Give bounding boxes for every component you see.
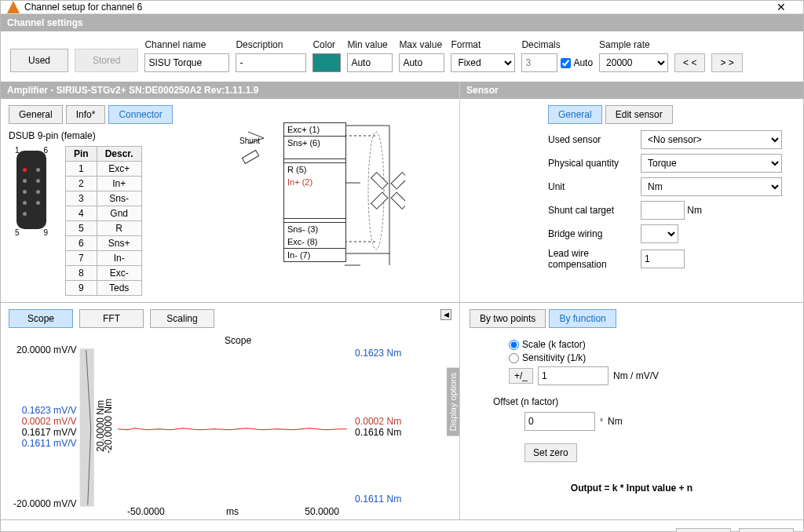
cancel-button[interactable]: Cancel bbox=[739, 528, 794, 532]
used-sensor-select[interactable]: <No sensor> bbox=[641, 130, 782, 149]
table-row: 4Gnd bbox=[66, 206, 142, 221]
table-row: 2In+ bbox=[66, 177, 142, 191]
formula-text: Output = k * Input value + n bbox=[470, 483, 794, 494]
svg-text:ms: ms bbox=[226, 506, 239, 515]
used-sensor-label: Used sensor bbox=[548, 134, 634, 145]
sample-rate-select[interactable]: 20000 bbox=[599, 53, 668, 72]
wiring-schematic: Shunt bbox=[283, 122, 452, 262]
sensor-header: Sensor bbox=[460, 82, 803, 99]
svg-rect-0 bbox=[242, 151, 258, 164]
svg-text:50.0000: 50.0000 bbox=[305, 506, 339, 515]
svg-text:Scope: Scope bbox=[225, 335, 252, 346]
scaling-panel: By two points By function Scale (k facto… bbox=[459, 303, 803, 519]
collapse-icon[interactable]: ◀ bbox=[440, 309, 451, 320]
sensitivity-radio[interactable]: Sensitivity (1/k) bbox=[509, 352, 794, 363]
stored-button: Stored bbox=[75, 49, 138, 72]
auto-decimals-check[interactable]: Auto bbox=[561, 57, 593, 68]
pin-table: PinDescr. 1Exc+ 2In+ 3Sns- 4Gnd 5R 6Sns+… bbox=[65, 146, 142, 296]
sensor-panel: Sensor General Edit sensor Used sensor <… bbox=[459, 82, 803, 302]
max-value-label: Max value bbox=[399, 39, 444, 50]
svg-text:0.0002 Nm: 0.0002 Nm bbox=[355, 416, 401, 427]
svg-text:0.0002 mV/V: 0.0002 mV/V bbox=[22, 416, 77, 427]
min-value-input[interactable] bbox=[347, 53, 393, 72]
color-swatch[interactable] bbox=[312, 53, 341, 72]
amplifier-panel: Amplifier - SIRIUS-STGv2+ SN:DE000250A2 … bbox=[1, 82, 459, 302]
svg-text:-20.0000 Nm: -20.0000 Nm bbox=[103, 399, 114, 454]
tab-connector[interactable]: Connector bbox=[108, 105, 172, 124]
ok-button[interactable]: OK bbox=[676, 528, 731, 532]
color-label: Color bbox=[312, 39, 341, 50]
tab-by-function[interactable]: By function bbox=[549, 309, 616, 328]
tab-by-two-points[interactable]: By two points bbox=[470, 309, 546, 328]
dialog-footer: OK Cancel bbox=[1, 519, 803, 532]
table-row: 3Sns- bbox=[66, 191, 142, 206]
prev-channel-button[interactable]: < < bbox=[674, 53, 705, 72]
sign-toggle-button[interactable]: +/_ bbox=[509, 368, 533, 384]
table-row: 6Sns+ bbox=[66, 236, 142, 251]
lead-wire-input[interactable] bbox=[641, 250, 685, 268]
svg-rect-12 bbox=[371, 192, 388, 209]
table-row: 9Teds bbox=[66, 281, 142, 296]
connector-diagram: 1 6 5 9 bbox=[9, 146, 54, 234]
svg-point-8 bbox=[368, 132, 384, 250]
table-row: 5R bbox=[66, 221, 142, 236]
bottom-row: Scope FFT Scaling ◀ Display options Scop… bbox=[1, 302, 803, 519]
format-select[interactable]: Fixed bbox=[451, 53, 515, 72]
svg-text:0.1623 mV/V: 0.1623 mV/V bbox=[22, 405, 77, 416]
min-value-label: Min value bbox=[347, 39, 393, 50]
tab-info[interactable]: Info* bbox=[66, 105, 106, 124]
svg-text:0.1611 Nm: 0.1611 Nm bbox=[355, 494, 401, 505]
used-button[interactable]: Used bbox=[10, 49, 68, 72]
svg-text:0.1616 Nm: 0.1616 Nm bbox=[355, 427, 401, 438]
description-input[interactable] bbox=[236, 53, 306, 72]
table-row: 7In- bbox=[66, 251, 142, 266]
sample-rate-label: Sample rate bbox=[599, 39, 668, 50]
decimals-label: Decimals bbox=[521, 39, 593, 50]
window: Channel setup for channel 6 ✕ Channel se… bbox=[0, 0, 804, 532]
table-row: 1Exc+ bbox=[66, 162, 142, 177]
offset-input[interactable] bbox=[524, 412, 595, 431]
decimals-input bbox=[521, 53, 557, 72]
scope-chart: Scope 20.0000 mV/V -20.0000 mV/V 0.1623 … bbox=[9, 334, 451, 513]
channel-settings-header: Channel settings bbox=[1, 14, 803, 31]
bridge-wiring-label: Bridge wiring bbox=[548, 228, 634, 239]
tab-sensor-general[interactable]: General bbox=[548, 105, 602, 124]
svg-rect-20 bbox=[80, 348, 94, 506]
channel-name-label: Channel name bbox=[144, 39, 229, 50]
lead-wire-label: Lead wire compensation bbox=[548, 248, 634, 271]
bridge-wiring-select[interactable] bbox=[641, 224, 678, 243]
tab-general[interactable]: General bbox=[9, 105, 63, 124]
shunt-cal-label: Shunt cal target bbox=[548, 205, 634, 216]
unit-select[interactable]: Nm bbox=[641, 177, 782, 196]
tab-scope[interactable]: Scope bbox=[9, 309, 73, 328]
physical-quantity-select[interactable]: Torque bbox=[641, 154, 782, 173]
k-factor-input[interactable] bbox=[538, 366, 608, 385]
titlebar: Channel setup for channel 6 ✕ bbox=[1, 1, 803, 14]
svg-text:0.1623 Nm: 0.1623 Nm bbox=[355, 348, 401, 359]
max-value-input[interactable] bbox=[399, 53, 444, 72]
close-icon[interactable]: ✕ bbox=[766, 1, 797, 13]
tab-scaling[interactable]: Scaling bbox=[150, 309, 214, 328]
channel-settings-row: Used Stored Channel name Description Col… bbox=[1, 31, 803, 82]
table-row: 8Exc- bbox=[66, 266, 142, 281]
channel-name-input[interactable] bbox=[144, 53, 229, 72]
svg-text:20.0000 mV/V: 20.0000 mV/V bbox=[16, 344, 77, 355]
tab-sensor-edit[interactable]: Edit sensor bbox=[605, 105, 673, 124]
next-channel-button[interactable]: > > bbox=[711, 53, 742, 72]
window-title: Channel setup for channel 6 bbox=[24, 2, 766, 13]
svg-text:0.1617 mV/V: 0.1617 mV/V bbox=[22, 427, 77, 438]
middle-row: Amplifier - SIRIUS-STGv2+ SN:DE000250A2 … bbox=[1, 82, 803, 302]
offset-label: Offset (n factor) bbox=[493, 396, 794, 407]
svg-text:0.1611 mV/V: 0.1611 mV/V bbox=[22, 438, 77, 449]
scale-radio[interactable]: Scale (k factor) bbox=[509, 339, 794, 350]
svg-rect-10 bbox=[391, 192, 405, 209]
description-label: Description bbox=[236, 39, 306, 50]
svg-text:-20.0000 mV/V: -20.0000 mV/V bbox=[13, 498, 77, 509]
app-icon bbox=[7, 1, 20, 13]
tab-fft[interactable]: FFT bbox=[79, 309, 144, 328]
shunt-cal-input[interactable] bbox=[641, 201, 685, 220]
amplifier-header: Amplifier - SIRIUS-STGv2+ SN:DE000250A2 … bbox=[1, 82, 459, 99]
set-zero-button[interactable]: Set zero bbox=[524, 443, 577, 462]
unit-label: Unit bbox=[548, 181, 634, 192]
physical-quantity-label: Physical quantity bbox=[548, 158, 634, 169]
